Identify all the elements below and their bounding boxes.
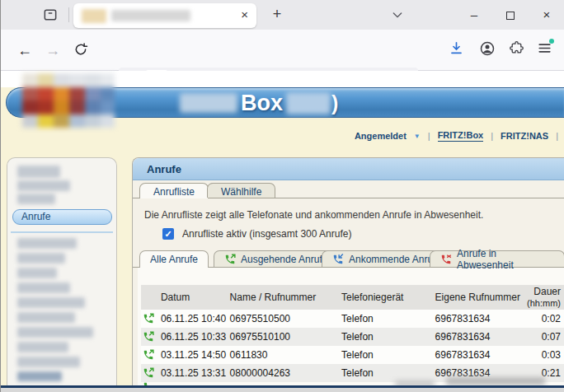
anrufliste-aktiv-label: Anrufliste aktiv (insgesamt 300 Anrufe) [182, 228, 351, 240]
table-header-row: Datum Name / Rufnummer Telefoniegerät Ei… [141, 285, 564, 310]
incoming-call-icon [332, 254, 344, 265]
redacted-sidebar-item[interactable] [17, 194, 55, 204]
intro-text: Die Anrufliste zeigt alle Telefonate und… [144, 209, 483, 221]
content-panel: Anrufe Anrufliste Wählhilfe Die Anruflis… [132, 157, 564, 385]
redacted-bottom-text [446, 377, 545, 385]
cell-dauer: 0:03 [527, 349, 564, 361]
col-header-datum: Datum [161, 292, 230, 303]
sidebar-menu: Anrufe [7, 157, 117, 385]
cell-geraet: Telefon [341, 367, 435, 379]
cell-dauer: 0:02 [527, 313, 564, 324]
cell-rufnummer: 0611830 [230, 349, 341, 361]
anrufliste-aktiv-checkbox[interactable]: ✓ [162, 228, 174, 240]
page-title: Anrufe [133, 158, 564, 180]
banner-title: Box ) [180, 89, 338, 117]
tab-waehlhilfe[interactable]: Wählhilfe [207, 183, 275, 198]
fritzbox-page: Box ) Angemeldet ▼ | FRITZ!Box | FRITZ!N… [1, 71, 564, 392]
outgoing-call-icon [141, 331, 161, 343]
filter-tab-abwesenheit[interactable]: Anrufe in Abwesenheit [430, 250, 564, 267]
window-minimize-button[interactable]: – [456, 0, 492, 30]
fritzbox-link[interactable]: FRITZ!Box [438, 130, 484, 142]
tab-list-chevron-icon[interactable] [391, 8, 404, 25]
bottom-edge-strip [1, 388, 564, 392]
redacted-sidebar-item[interactable] [17, 180, 70, 191]
outgoing-call-icon [141, 313, 161, 324]
redacted-sidebar-item[interactable] [17, 312, 75, 323]
reload-button[interactable] [73, 42, 88, 60]
redacted-sidebar-item[interactable] [17, 166, 60, 178]
redacted-sidebar-item[interactable] [17, 357, 80, 367]
browser-window: × + – × ← → [0, 0, 564, 392]
angemeldet-caret-icon[interactable]: ▼ [414, 133, 421, 140]
cell-rufnummer: 06975510100 [230, 331, 341, 343]
browser-toolbar: ← → http: 80% ☆ [1, 30, 564, 71]
col-header-name: Name / Rufnummer [230, 292, 341, 303]
firefox-view-icon[interactable] [40, 6, 60, 24]
browser-tab-bar: × + – × [1, 0, 564, 30]
cell-datum: 06.11.25 10:33 [161, 331, 230, 343]
redacted-sidebar-item[interactable] [17, 253, 65, 264]
nav-separator: | [556, 131, 558, 141]
filter-tab-label: Alle Anrufe [150, 254, 198, 265]
cell-geraet: Telefon [341, 331, 435, 343]
redacted-sidebar-item[interactable] [17, 327, 93, 338]
nav-separator: | [491, 131, 493, 141]
redacted-sidebar-item[interactable] [17, 268, 57, 278]
forward-button: → [42, 40, 63, 61]
redacted-favicon [82, 9, 106, 23]
window-close-button[interactable]: × [529, 0, 564, 30]
outgoing-call-icon [224, 254, 236, 265]
filter-tab-ausgehende[interactable]: Ausgehende Anrufe [214, 250, 338, 267]
angemeldet-link[interactable]: Angemeldet [355, 131, 407, 141]
tab-close-button[interactable]: × [241, 7, 248, 21]
col-header-eigene: Eigene Rufnummer [435, 292, 528, 303]
filter-tab-label: Ausgehende Anrufe [241, 254, 327, 265]
sidebar-divider [11, 231, 113, 233]
account-icon[interactable] [479, 40, 496, 60]
outgoing-call-icon [141, 367, 161, 379]
redacted-brand-logo [22, 73, 115, 128]
redacted-sidebar-item[interactable] [17, 342, 68, 352]
filter-tab-alle-anrufe[interactable]: Alle Anrufe [139, 250, 209, 268]
col-header-geraet: Telefoniegerät [341, 292, 435, 303]
col-header-dauer: Dauer (hh:mm) [527, 286, 564, 309]
redacted-sidebar-item[interactable] [17, 297, 85, 308]
cell-datum: 03.11.25 14:50 [161, 349, 230, 361]
sidebar-item-anrufe[interactable]: Anrufe [12, 209, 112, 225]
table-row[interactable]: 06.11.25 10:33 06975510100 Telefon 69678… [141, 328, 564, 346]
redacted-sidebar-item[interactable] [17, 282, 70, 293]
redacted-sidebar-item[interactable] [17, 371, 62, 381]
tab-separator [68, 7, 69, 22]
cell-datum: 03.11.25 13:31 [161, 367, 230, 379]
anrufliste-aktiv-row: ✓ Anrufliste aktiv (insgesamt 300 Anrufe… [162, 228, 351, 240]
fritznas-link[interactable]: FRITZ!NAS [501, 131, 548, 141]
table-row[interactable]: 03.11.25 14:50 0611830 Telefon 696783163… [141, 346, 564, 364]
outgoing-call-icon [141, 349, 161, 361]
back-button[interactable]: ← [14, 40, 35, 61]
cell-geraet: Telefon [341, 313, 435, 324]
cell-rufnummer: 08000004263 [230, 367, 341, 379]
filter-tab-label: Anrufe in Abwesenheit [457, 248, 554, 271]
cell-eigene-rufnummer: 6967831634 [435, 349, 528, 361]
table-body: 06.11.25 10:40 06975510500 Telefon 69678… [141, 310, 564, 382]
cell-rufnummer: 06975510500 [230, 313, 341, 324]
tab-anrufliste[interactable]: Anrufliste [139, 183, 209, 198]
redacted-banner-text-2 [286, 92, 331, 114]
maximize-icon [506, 12, 515, 20]
window-controls: – × [456, 0, 564, 30]
menu-notification-dot [549, 39, 554, 44]
extensions-puzzle-icon[interactable] [509, 40, 524, 59]
redacted-sidebar-item[interactable] [17, 238, 77, 249]
menu-hamburger-icon[interactable] [537, 40, 552, 59]
downloads-icon[interactable] [449, 40, 464, 59]
table-row[interactable]: 06.11.25 10:40 06975510500 Telefon 69678… [141, 310, 564, 328]
call-table: Datum Name / Rufnummer Telefoniegerät Ei… [141, 285, 564, 382]
missed-call-icon [440, 254, 452, 265]
redacted-tab-title [111, 10, 190, 21]
banner-title-suffix: ) [331, 91, 338, 115]
new-tab-button[interactable]: + [266, 4, 288, 26]
cell-geraet: Telefon [341, 349, 435, 361]
browser-tab[interactable]: × [73, 3, 256, 28]
cell-datum: 06.11.25 10:40 [161, 313, 230, 324]
window-maximize-button[interactable] [492, 0, 529, 30]
